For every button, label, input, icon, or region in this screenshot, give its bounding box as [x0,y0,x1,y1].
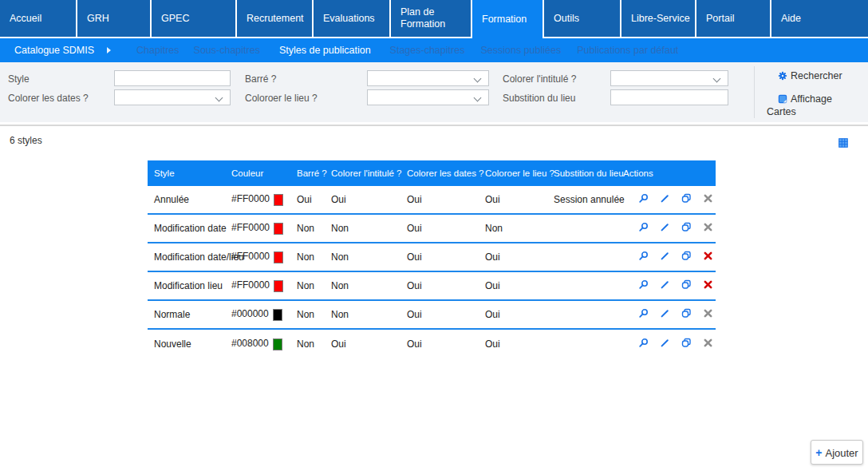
cell-colorer-lieu: Non [479,215,547,243]
cell-couleur: #000000 [225,301,290,330]
pencil-icon[interactable] [660,222,670,232]
subnav-item-publications-par-defaut[interactable]: Publications par défaut [577,45,678,56]
colorer-lieu-filter-label: Coloroer le lieu ? [245,93,318,104]
subnav-item-sous-chapitres[interactable]: Sous-chapitres [194,45,260,56]
subnav-item-chapitres[interactable]: Chapitres [136,45,180,56]
magnifier-icon[interactable] [638,279,649,290]
cell-barre: Non [290,243,325,272]
nav-tab-plan-de-formation[interactable]: Plan de Formation [391,0,472,38]
col-header-substitution: Substition du lieu [547,160,617,186]
table-row: Normale #000000 Non Non Oui Oui [148,301,716,330]
col-header-style: Style [148,160,225,186]
copy-icon[interactable] [681,251,692,261]
nav-tab-accueil[interactable]: Accueil [0,0,77,38]
col-header-colorer-lieu: Coloroer le lieu ? [479,160,547,186]
subnav-item-styles-de-publication[interactable]: Styles de publication [279,45,371,56]
cell-style: Nouvelle [148,330,225,358]
cell-style: Annulée [148,186,225,215]
results-count: 6 styles [10,135,42,146]
nav-tab-recrutement[interactable]: Recrutement [237,0,314,38]
nav-tab-libre-service[interactable]: Libre-Service [621,0,696,38]
pencil-icon[interactable] [660,308,670,319]
nav-tab-outils[interactable]: Outils [544,0,621,38]
col-header-colorer-intitule: Colorer l'intitulé ? [325,160,400,186]
copy-icon[interactable] [681,338,692,348]
color-hex: #008000 [231,338,269,349]
substitution-lieu-filter-label: Substition du lieu [503,93,575,104]
cell-substitution [547,272,617,301]
delete-x-icon[interactable] [703,338,713,348]
cell-colorer-dates: Oui [400,215,479,243]
substitution-lieu-filter-input[interactable] [610,89,728,105]
delete-x-icon[interactable] [703,222,713,232]
cell-style: Modification lieu [148,272,225,301]
gear-icon [778,70,791,81]
cell-actions [617,186,716,215]
cell-couleur: #FF0000 [225,215,290,243]
delete-x-icon[interactable] [703,193,713,204]
style-filter-label: Style [8,73,30,85]
cell-substitution: Session annulée [547,186,617,215]
table-row: Nouvelle #008000 Non Oui Oui Oui [148,330,716,358]
color-hex: #FF0000 [231,279,270,291]
col-header-couleur: Couleur [225,160,290,186]
cell-colorer-intitule: Oui [325,186,400,215]
pencil-icon[interactable] [660,279,670,290]
results-area: 6 styles Style Couleur Barré ? Colorer l… [0,126,868,471]
copy-icon[interactable] [681,279,692,290]
grid-view-icon[interactable] [838,137,848,146]
cell-barre: Non [290,272,325,301]
barre-filter-select[interactable] [367,70,489,86]
col-header-colorer-dates: Colorer les dates ? [400,160,479,186]
copy-icon[interactable] [681,308,692,319]
cell-colorer-lieu: Oui [479,301,547,330]
magnifier-icon[interactable] [638,338,649,348]
subnav-item-stages-chapitres[interactable]: Stages-chapitres [390,45,465,56]
table-header-row: Style Couleur Barré ? Colorer l'intitulé… [148,160,716,186]
cell-style: Modification date [148,215,225,243]
cell-actions [617,215,716,243]
nav-tab-formation[interactable]: Formation [472,0,544,38]
pencil-icon[interactable] [660,193,670,204]
nav-tab-portail[interactable]: Portail [696,0,771,38]
magnifier-icon[interactable] [638,251,649,261]
search-button[interactable]: Rechercher [767,70,868,83]
nav-tab-gpec[interactable]: GPEC [152,0,237,38]
colorer-lieu-filter-select[interactable] [367,89,489,105]
nav-tab-aide[interactable]: Aide [771,0,868,38]
nav-tab-evaluations[interactable]: Evaluations [314,0,391,38]
cell-barre: Oui [290,186,325,215]
cell-actions [617,243,716,272]
subnav-item-sessions-publiees[interactable]: Sessions publiées [480,45,561,56]
cell-substitution [547,330,617,358]
subnav-item-catalogue-sdmis[interactable]: Catalogue SDMIS [14,45,94,56]
delete-x-icon[interactable] [703,308,713,319]
copy-icon[interactable] [681,193,692,204]
magnifier-icon[interactable] [638,222,649,232]
magnifier-icon[interactable] [638,308,649,319]
cell-couleur: #FF0000 [225,272,290,301]
add-button[interactable]: +Ajouter [811,440,863,465]
cell-colorer-dates: Oui [400,272,479,301]
style-filter-input[interactable] [114,70,231,86]
cell-actions [617,330,716,358]
table-row: Modification lieu #FF0000 Non Non Oui Ou… [148,272,716,301]
cards-view-button-label: Affichage Cartes [767,93,832,117]
delete-x-icon[interactable] [703,251,713,261]
colorer-dates-filter-select[interactable] [114,89,231,105]
colorer-intitule-filter-select[interactable] [610,70,728,86]
color-swatch [273,309,282,321]
cell-style: Modification date/lieu [148,243,225,272]
magnifier-icon[interactable] [638,193,649,204]
delete-x-icon[interactable] [703,279,713,290]
table-row: Modification date #FF0000 Non Non Oui No… [148,215,716,243]
copy-icon[interactable] [681,222,692,232]
pencil-icon[interactable] [660,338,670,348]
nav-tab-grh[interactable]: GRH [77,0,152,38]
pencil-icon[interactable] [660,251,670,261]
cell-colorer-intitule: Oui [325,330,400,358]
cards-view-button[interactable]: Affichage Cartes [767,93,850,118]
card-icon [778,93,791,105]
cell-colorer-lieu: Oui [479,243,547,272]
colorer-dates-filter-label: Colorer les dates ? [8,93,89,104]
